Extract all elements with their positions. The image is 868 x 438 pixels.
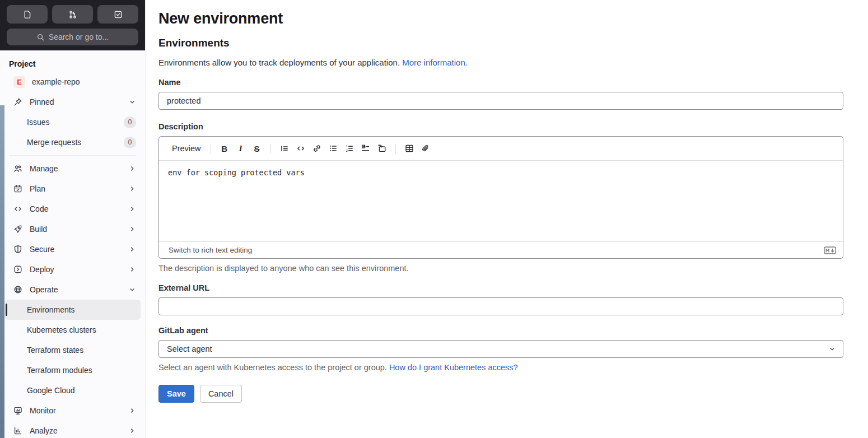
search-icon (36, 33, 45, 41)
insert-code-button[interactable] (293, 141, 308, 156)
sidebar-item-google-cloud[interactable]: Google Cloud (4, 380, 141, 400)
sidebar: Search or go to... Project E example-rep… (0, 0, 146, 438)
gitlab-agent-label: GitLab agent (158, 326, 843, 335)
calendar-icon (13, 184, 22, 193)
cancel-button[interactable]: Cancel (200, 385, 242, 403)
sidebar-item-analyze[interactable]: Analyze (4, 421, 141, 438)
numbered-list-icon: 12 (345, 144, 354, 153)
collapsible-section-icon (377, 144, 386, 153)
chevron-right-icon (128, 225, 136, 233)
shield-icon (13, 245, 22, 254)
markdown-icon[interactable] (824, 246, 836, 254)
deploy-icon (13, 265, 22, 274)
sidebar-item-build[interactable]: Build (4, 219, 141, 239)
sidebar-item-deploy[interactable]: Deploy (4, 259, 141, 279)
toolbar-separator (395, 144, 396, 153)
strikethrough-button[interactable]: S (250, 141, 264, 156)
svg-text:2: 2 (346, 149, 348, 152)
todo-shortcut-button[interactable] (97, 5, 138, 24)
agent-help-text: Select an agent with Kubernetes access t… (158, 363, 843, 372)
task-list-icon (361, 144, 370, 153)
sidebar-item-operate[interactable]: Operate (4, 279, 141, 300)
intro-text: Environments allow you to track deployme… (158, 58, 843, 67)
sidebar-item-monitor[interactable]: Monitor (4, 400, 141, 421)
pin-icon (13, 97, 22, 106)
analyze-icon (13, 426, 22, 435)
sidebar-item-code[interactable]: Code (4, 199, 141, 219)
external-url-input[interactable] (158, 297, 843, 315)
description-textarea[interactable]: env for scoping protected vars (159, 161, 843, 241)
sidebar-item-terraform-modules[interactable]: Terraform modules (4, 360, 141, 380)
kubernetes-access-link[interactable]: How do I grant Kubernetes access? (389, 363, 518, 372)
quote-button[interactable] (277, 141, 292, 156)
quote-icon (280, 144, 289, 153)
bold-icon: B (221, 144, 227, 153)
sidebar-item-manage[interactable]: Manage (4, 159, 141, 179)
name-label: Name (158, 78, 843, 87)
svg-text:1: 1 (346, 145, 348, 148)
chevron-right-icon (128, 245, 136, 253)
pinned-label: Pinned (30, 97, 128, 106)
collapsible-section-button[interactable] (375, 141, 389, 156)
chevron-right-icon (128, 165, 136, 173)
sidebar-item-pinned[interactable]: Pinned (4, 92, 141, 112)
insert-link-button[interactable] (310, 141, 324, 156)
more-information-link[interactable]: More information. (402, 58, 468, 67)
sidebar-item-issues[interactable]: Issues 0 (4, 112, 141, 132)
project-name: example-repo (32, 77, 136, 86)
external-url-label: External URL (158, 283, 843, 292)
sidebar-item-secure[interactable]: Secure (4, 239, 141, 259)
numbered-list-button[interactable]: 12 (342, 141, 357, 156)
rocket-icon (13, 225, 22, 234)
merge-requests-shortcut-button[interactable] (52, 5, 93, 24)
form-actions: Save Cancel (158, 385, 843, 403)
sidebar-item-kubernetes-clusters[interactable]: Kubernetes clusters (4, 320, 141, 340)
insert-table-button[interactable] (402, 141, 417, 156)
operate-icon (13, 285, 22, 294)
issues-icon (23, 10, 32, 19)
save-button[interactable]: Save (158, 385, 194, 403)
markdown-toolbar: Preview B I S 12 (159, 137, 843, 161)
todo-icon (114, 10, 123, 19)
issues-shortcut-button[interactable] (7, 5, 48, 24)
search-input[interactable]: Search or go to... (7, 29, 138, 45)
description-help-text: The description is displayed to anyone w… (158, 264, 843, 273)
sidebar-item-merge-requests[interactable]: Merge requests 0 (4, 132, 141, 152)
switch-rich-text-link[interactable]: Switch to rich text editing (169, 246, 252, 254)
link-icon (312, 144, 321, 153)
sidebar-section-label: Project (9, 59, 145, 68)
code-icon (13, 204, 22, 213)
monitor-icon (13, 406, 22, 415)
desktop-edge-strip (0, 105, 4, 438)
italic-icon: I (239, 144, 242, 153)
environments-heading: Environments (158, 37, 843, 49)
issues-count-badge: 0 (124, 117, 136, 128)
sidebar-item-project[interactable]: E example-repo (4, 72, 141, 92)
code-icon (296, 144, 305, 153)
bold-button[interactable]: B (217, 141, 232, 156)
bullet-list-button[interactable] (326, 141, 340, 156)
toolbar-separator (211, 144, 211, 153)
chevron-down-icon (128, 98, 136, 106)
italic-button[interactable]: I (234, 141, 248, 156)
sidebar-item-environments[interactable]: Environments (4, 300, 141, 320)
name-input[interactable] (158, 92, 843, 110)
sidebar-item-terraform-states[interactable]: Terraform states (4, 340, 141, 360)
preview-tab[interactable]: Preview (169, 142, 204, 155)
sidebar-divider (9, 155, 136, 156)
chevron-down-icon (128, 286, 136, 293)
sidebar-item-plan[interactable]: Plan (4, 179, 141, 199)
users-icon (13, 164, 22, 173)
agent-select[interactable]: Select agent (158, 340, 843, 358)
bullet-list-icon (329, 144, 338, 153)
attachment-icon (421, 144, 430, 153)
task-list-button[interactable] (358, 141, 373, 156)
toolbar-separator (270, 144, 271, 153)
merge-requests-count-badge: 0 (124, 137, 136, 148)
attach-file-button[interactable] (418, 141, 433, 156)
description-label: Description (158, 122, 843, 131)
merge-request-icon (68, 10, 77, 19)
agent-select-value: Select agent (167, 344, 212, 353)
page-title: New environment (158, 10, 843, 27)
chevron-right-icon (128, 407, 136, 414)
